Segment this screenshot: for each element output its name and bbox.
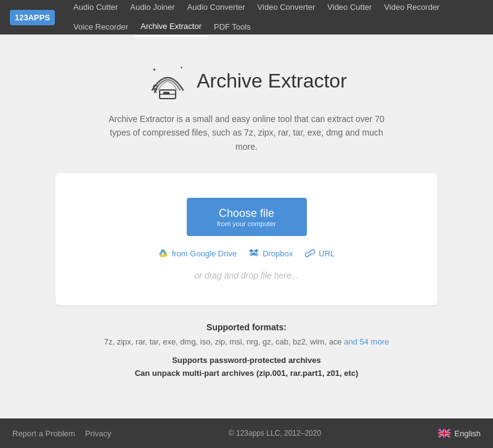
password-feature: Supports password-protected archives — [104, 356, 389, 365]
svg-marker-9 — [249, 249, 254, 253]
choose-file-button[interactable]: Choose file from your computer — [187, 198, 307, 236]
privacy-link[interactable]: Privacy — [85, 429, 112, 438]
svg-line-8 — [155, 91, 157, 93]
url-label: URL — [319, 249, 335, 258]
nav-item-video-converter[interactable]: Video Converter — [251, 0, 322, 17]
hero-icon-area: ✦ ✦ · Archive Extractor — [146, 59, 347, 102]
main-content: ✦ ✦ · Archive Extractor Archive Extr — [0, 35, 493, 418]
page-title: Archive Extractor — [197, 70, 347, 92]
logo-badge[interactable]: 123APPS — [10, 10, 55, 25]
footer: Report a Problem Privacy © 123apps LLC, … — [0, 418, 493, 448]
footer-language[interactable]: English — [438, 429, 481, 438]
dropbox-icon — [249, 248, 259, 258]
choose-file-sublabel: from your computer — [217, 220, 275, 227]
upload-box: Choose file from your computer from Goog… — [55, 173, 438, 305]
report-problem-link[interactable]: Report a Problem — [12, 429, 75, 438]
nav-item-audio-cutter[interactable]: Audio Cutter — [67, 0, 124, 17]
nav-item-audio-converter[interactable]: Audio Converter — [181, 0, 251, 17]
svg-text:✦: ✦ — [152, 67, 157, 73]
dropbox-link[interactable]: Dropbox — [249, 248, 293, 258]
supported-formats-title: Supported formats: — [104, 322, 389, 332]
google-drive-label: from Google Drive — [172, 249, 237, 258]
formats-list-text: 7z, zipx, rar, tar, exe, dmg, iso, zip, … — [104, 337, 342, 346]
nav-item-video-cutter[interactable]: Video Cutter — [321, 0, 378, 17]
hero-description: Archive Extractor is a small and easy on… — [99, 112, 394, 153]
language-label: English — [454, 429, 481, 438]
choose-file-label: Choose file — [219, 207, 274, 220]
header: 123APPS Audio Cutter Audio Joiner Audio … — [0, 0, 493, 35]
more-formats-link[interactable]: and 54 more — [344, 337, 389, 346]
nav-item-pdf-tools[interactable]: PDF Tools — [208, 17, 257, 36]
dropbox-label: Dropbox — [263, 249, 293, 258]
footer-left: Report a Problem Privacy — [12, 429, 112, 438]
url-link[interactable]: URL — [305, 248, 335, 258]
nav-item-audio-joiner[interactable]: Audio Joiner — [124, 0, 181, 17]
google-drive-icon — [158, 248, 168, 258]
svg-text:✦: ✦ — [180, 66, 183, 70]
formats-list: 7z, zipx, rar, tar, exe, dmg, iso, zip, … — [104, 336, 389, 348]
url-link-icon — [305, 248, 315, 258]
hero-section: ✦ ✦ · Archive Extractor Archive Extr — [99, 59, 394, 158]
uk-flag-icon — [438, 429, 450, 438]
main-nav: Audio Cutter Audio Joiner Audio Converte… — [67, 0, 483, 37]
footer-copyright: © 123apps LLC, 2012–2020 — [229, 429, 321, 438]
nav-item-video-recorder[interactable]: Video Recorder — [378, 0, 446, 17]
multipart-feature: Can unpack multi-part archives (zip.001,… — [104, 369, 389, 378]
formats-section: Supported formats: 7z, zipx, rar, tar, e… — [104, 322, 389, 381]
google-drive-link[interactable]: from Google Drive — [158, 248, 237, 258]
svg-text:·: · — [184, 75, 185, 78]
svg-rect-5 — [163, 92, 169, 94]
drag-drop-hint: or drag and drop file here... — [195, 271, 299, 280]
svg-marker-10 — [254, 249, 259, 253]
archive-extractor-icon: ✦ ✦ · — [146, 59, 189, 102]
nav-item-voice-recorder[interactable]: Voice Recorder — [67, 17, 134, 36]
source-links: from Google Drive Dropbox U — [158, 248, 335, 258]
